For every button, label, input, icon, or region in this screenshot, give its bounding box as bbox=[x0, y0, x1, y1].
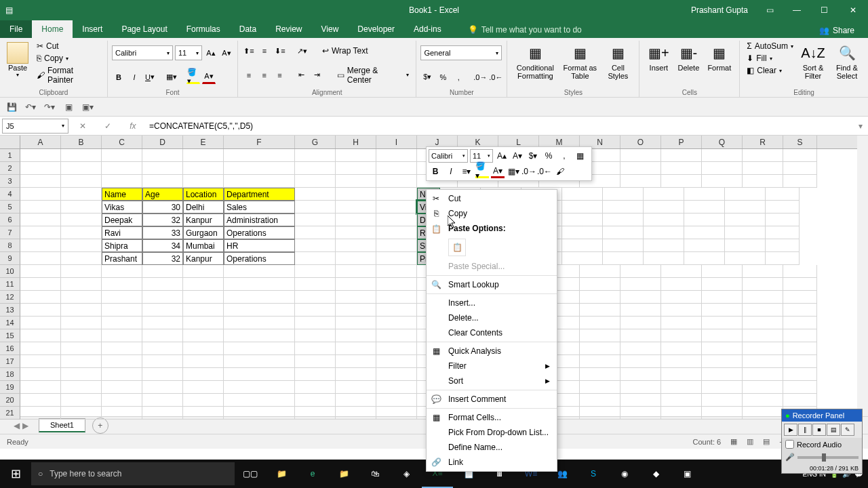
cell-Q15[interactable] bbox=[702, 329, 743, 342]
cell-D10[interactable] bbox=[142, 265, 183, 278]
cell-R12[interactable] bbox=[743, 291, 783, 304]
orientation-icon[interactable]: ↗▾ bbox=[295, 44, 309, 58]
cell-Q11[interactable] bbox=[702, 278, 743, 291]
row-header-3[interactable]: 3 bbox=[0, 175, 20, 188]
cell-S15[interactable] bbox=[783, 329, 817, 342]
cell-O13[interactable] bbox=[620, 304, 661, 317]
task-app-icon[interactable]: ◆ bbox=[640, 460, 671, 488]
cell-S6[interactable] bbox=[766, 214, 800, 226]
expand-formula-icon[interactable]: ▾ bbox=[853, 121, 868, 131]
cell-I5[interactable] bbox=[376, 201, 417, 214]
col-header-C[interactable]: C bbox=[102, 136, 142, 148]
cell-S8[interactable] bbox=[766, 239, 800, 252]
tab-page-layout[interactable]: Page Layout bbox=[112, 20, 176, 38]
mini-italic-icon[interactable]: I bbox=[444, 165, 458, 178]
cell-B11[interactable] bbox=[61, 278, 102, 291]
cell-P21[interactable] bbox=[661, 407, 702, 420]
cell-S18[interactable] bbox=[783, 368, 817, 381]
cell-Q14[interactable] bbox=[702, 317, 743, 329]
cut-button[interactable]: ✂Cut bbox=[34, 41, 103, 52]
cell-E1[interactable] bbox=[183, 149, 224, 162]
save-icon[interactable]: 💾 bbox=[4, 100, 19, 115]
cell-D6[interactable]: 32 bbox=[142, 214, 183, 226]
cell-C13[interactable] bbox=[102, 304, 142, 317]
cell-D19[interactable] bbox=[142, 381, 183, 394]
cell-R18[interactable] bbox=[743, 368, 783, 381]
cell-D3[interactable] bbox=[142, 175, 183, 188]
cell-Q16[interactable] bbox=[702, 342, 743, 355]
cell-E4[interactable]: Location bbox=[183, 188, 224, 201]
task-panel-icon[interactable]: ▣ bbox=[671, 460, 703, 488]
bold-button[interactable]: B bbox=[112, 70, 125, 84]
cell-R4[interactable] bbox=[725, 188, 766, 201]
cell-R19[interactable] bbox=[743, 381, 783, 394]
cell-N6[interactable] bbox=[562, 214, 603, 226]
cell-D1[interactable] bbox=[142, 149, 183, 162]
cell-Q9[interactable] bbox=[684, 252, 725, 265]
cell-P12[interactable] bbox=[661, 291, 702, 304]
cell-C14[interactable] bbox=[102, 317, 142, 329]
mini-decrease-font-icon[interactable]: A▾ bbox=[511, 149, 524, 163]
cell-A14[interactable] bbox=[20, 317, 61, 329]
cell-D15[interactable] bbox=[142, 329, 183, 342]
cell-Q10[interactable] bbox=[702, 265, 743, 278]
cell-C11[interactable] bbox=[102, 278, 142, 291]
cell-I11[interactable] bbox=[376, 278, 417, 291]
view-break-icon[interactable]: ▤ bbox=[763, 437, 770, 446]
recorder-panel[interactable]: ●Recorder Panel ▶ ‖ ■ ▤ ✎ Record Audio 🎤… bbox=[781, 409, 863, 474]
cell-Q7[interactable] bbox=[684, 226, 725, 239]
cell-D4[interactable]: Age bbox=[142, 188, 183, 201]
cell-F8[interactable]: HR bbox=[224, 239, 295, 252]
cell-D16[interactable] bbox=[142, 342, 183, 355]
cell-B14[interactable] bbox=[61, 317, 102, 329]
mini-decimal-inc-icon[interactable]: .0→ bbox=[522, 165, 536, 178]
cell-Q19[interactable] bbox=[702, 381, 743, 394]
clear-button[interactable]: ◧Clear▾ bbox=[744, 65, 796, 76]
cell-B7[interactable] bbox=[61, 226, 102, 239]
cell-G10[interactable] bbox=[295, 265, 336, 278]
cell-D7[interactable]: 33 bbox=[142, 226, 183, 239]
cell-B20[interactable] bbox=[61, 394, 102, 407]
cell-D20[interactable] bbox=[142, 394, 183, 407]
cell-G12[interactable] bbox=[295, 291, 336, 304]
user-name[interactable]: Prashant Gupta bbox=[683, 5, 756, 15]
mini-fontcolor-icon[interactable]: A▾ bbox=[491, 165, 505, 178]
col-header-G[interactable]: G bbox=[295, 136, 336, 148]
col-header-S[interactable]: S bbox=[783, 136, 817, 148]
cell-R10[interactable] bbox=[743, 265, 783, 278]
cell-A5[interactable] bbox=[20, 201, 61, 214]
cell-F13[interactable] bbox=[224, 304, 295, 317]
cell-O18[interactable] bbox=[620, 368, 661, 381]
cell-E6[interactable]: Kanpur bbox=[183, 214, 224, 226]
cell-E5[interactable]: Delhi bbox=[183, 201, 224, 214]
col-header-F[interactable]: F bbox=[224, 136, 295, 148]
row-header-20[interactable]: 20 bbox=[0, 394, 20, 407]
cell-E8[interactable]: Mumbai bbox=[183, 239, 224, 252]
cell-D2[interactable] bbox=[142, 162, 183, 175]
cell-E18[interactable] bbox=[183, 368, 224, 381]
cell-P2[interactable] bbox=[661, 162, 702, 175]
cell-B13[interactable] bbox=[61, 304, 102, 317]
rec-pause-button[interactable]: ‖ bbox=[798, 424, 812, 436]
tab-formulas[interactable]: Formulas bbox=[177, 20, 230, 38]
cell-I13[interactable] bbox=[376, 304, 417, 317]
cell-S17[interactable] bbox=[783, 355, 817, 368]
row-header-21[interactable]: 21 bbox=[0, 407, 20, 420]
font-color-button[interactable]: A▾ bbox=[202, 70, 216, 84]
cell-B5[interactable] bbox=[61, 201, 102, 214]
cell-S13[interactable] bbox=[783, 304, 817, 317]
formula-bar[interactable]: =CONCATENATE(C5,",",D5) bbox=[145, 121, 853, 131]
cell-C18[interactable] bbox=[102, 368, 142, 381]
cell-P19[interactable] bbox=[661, 381, 702, 394]
prev-sheet-icon[interactable]: ◀ bbox=[14, 421, 20, 430]
cell-H10[interactable] bbox=[336, 265, 376, 278]
cell-O7[interactable] bbox=[603, 226, 644, 239]
cell-H8[interactable] bbox=[336, 239, 376, 252]
cell-A10[interactable] bbox=[20, 265, 61, 278]
cell-C2[interactable] bbox=[102, 162, 142, 175]
cell-P18[interactable] bbox=[661, 368, 702, 381]
align-top-icon[interactable]: ⬆≡ bbox=[242, 44, 256, 58]
cell-P13[interactable] bbox=[661, 304, 702, 317]
cell-C21[interactable] bbox=[102, 407, 142, 420]
cell-G19[interactable] bbox=[295, 381, 336, 394]
